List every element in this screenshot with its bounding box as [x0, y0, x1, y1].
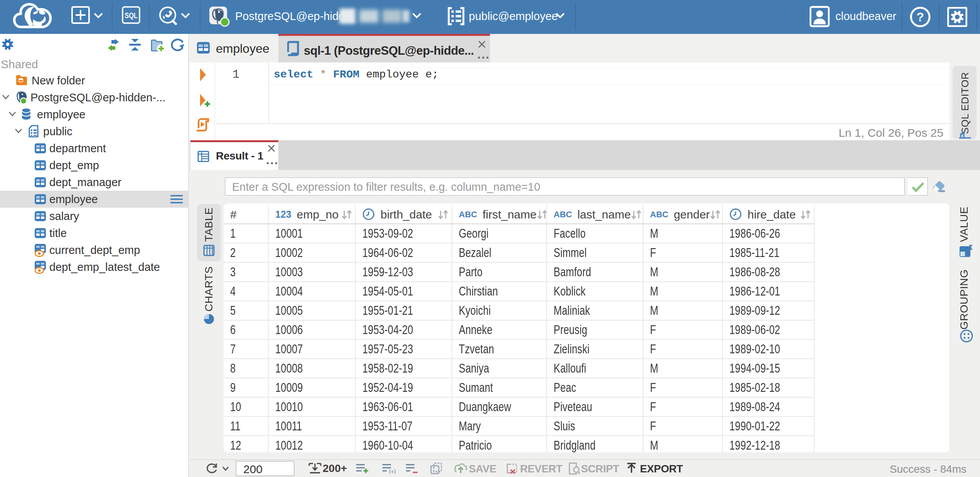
svg-text:(+): (+) — [389, 469, 396, 474]
svg-text:SQL: SQL — [125, 11, 138, 20]
svg-text:?: ? — [916, 10, 924, 24]
